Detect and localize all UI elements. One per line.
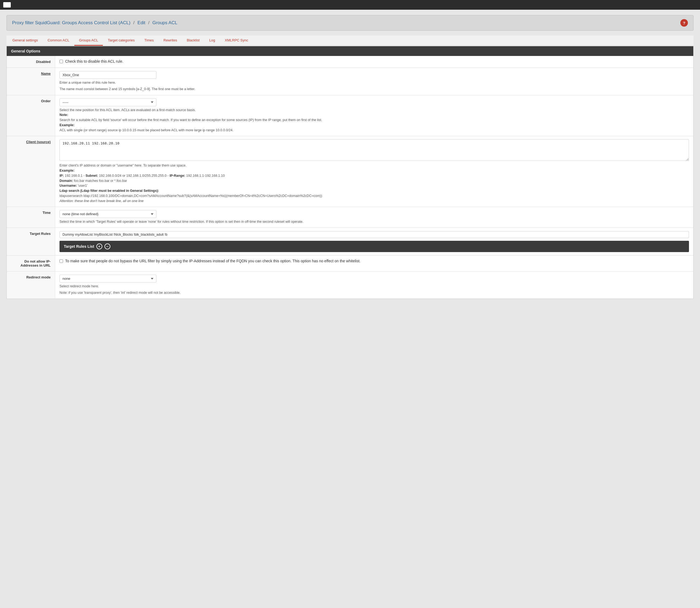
breadcrumb-part1: Proxy filter SquidGuard: Groups Access C… [12,20,130,25]
general-options-header: General Options [7,46,693,56]
target-rules-input[interactable] [59,231,689,238]
tab-xmlrpc-sync[interactable]: XMLRPC Sync [220,36,253,46]
redirect-mode-label: Redirect mode [7,271,55,299]
redirect-mode-content: none Select redirect mode here. Note: if… [55,271,693,299]
do-not-allow-ip-row: Do not allow IP- Addresses in URL To mak… [7,255,693,271]
redirect-mode-row: Redirect mode none Select redirect mode … [7,271,693,299]
nav-tabs: General settings Common ACL Groups ACL T… [6,36,694,46]
disabled-checkbox-text: Check this to disable this ACL rule. [65,59,123,63]
redirect-mode-select[interactable]: none [59,275,156,283]
redirect-mode-help1: Select redirect mode here. [59,284,689,289]
time-row: Time none (time not defined) Select the … [7,207,693,228]
order-content: ----- Select the new position for this A… [55,95,693,136]
main-content: General Options Disabled Check this to d… [6,46,694,299]
time-select[interactable]: none (time not defined) [59,210,156,218]
disabled-row: Disabled Check this to disable this ACL … [7,56,693,68]
breadcrumb-sep2: / [148,20,150,25]
breadcrumb-part2: Edit [137,20,145,25]
client-attention: Attention: these line don't have break l… [59,199,144,203]
help-icon[interactable]: ? [680,19,688,26]
do-not-allow-ip-label: Do not allow IP- Addresses in URL [7,255,55,271]
target-rules-content: Target Rules List + − [55,228,693,255]
do-not-allow-ip-text: To make sure that people do not bypass t… [65,259,361,263]
logo [3,2,11,7]
breadcrumb-bar: Proxy filter SquidGuard: Groups Access C… [6,15,694,31]
tab-blacklist[interactable]: Blacklist [182,36,205,46]
time-content: none (time not defined) Select the time … [55,207,693,228]
tab-log[interactable]: Log [204,36,220,46]
time-help: Select the time in which 'Target Rules' … [59,219,689,224]
breadcrumb-sep1: / [133,20,135,25]
client-domain-label: Domain: [59,179,73,183]
client-source-label: Client (source) [7,136,55,207]
client-ldap-label: Ldap search (Ldap filter must be enabled… [59,189,159,193]
client-source-textarea[interactable]: 192.168.20.11 192.168.20.10 [59,139,689,161]
disabled-checkbox-row: Check this to disable this ACL rule. [59,59,689,63]
do-not-allow-ip-content: To make sure that people do not bypass t… [55,255,693,271]
client-help: Enter client's IP address or domain or "… [59,163,689,203]
tab-general-settings[interactable]: General settings [7,36,43,46]
order-help: Select the new position for this ACL ite… [59,108,689,133]
disabled-checkbox[interactable] [59,60,63,63]
name-input[interactable] [59,71,156,79]
top-bar [0,0,700,10]
target-rules-list-header: Target Rules List [64,244,94,249]
name-row: Name Enter a unique name of this rule he… [7,68,693,95]
target-rules-list-bar: Target Rules List + − [59,241,689,252]
target-rules-remove-button[interactable]: − [105,244,110,249]
tab-rewrites[interactable]: Rewrites [159,36,182,46]
do-not-allow-ip-checkbox-row: To make sure that people do not bypass t… [59,259,689,263]
breadcrumb: Proxy filter SquidGuard: Groups Access C… [12,20,178,25]
order-row: Order ----- Select the new position for … [7,95,693,136]
page-wrapper: Proxy filter SquidGuard: Groups Access C… [0,10,700,304]
name-label: Name [7,68,55,95]
client-iprange-label: IP-Range: [170,174,185,177]
tab-times[interactable]: Times [140,36,159,46]
disabled-label: Disabled [7,56,55,68]
name-help1: Enter a unique name of this rule here. [59,80,689,85]
tab-common-acl[interactable]: Common ACL [43,36,74,46]
target-rules-add-button[interactable]: + [96,244,102,249]
time-label: Time [7,207,55,228]
target-rules-row: Target Rules Target Rules List + − [7,228,693,255]
do-not-allow-ip-checkbox[interactable] [59,259,63,263]
order-label: Order [7,95,55,136]
tab-groups-acl[interactable]: Groups ACL [74,36,103,46]
client-ip-label: IP: [59,174,64,177]
breadcrumb-part3: Groups ACL [152,20,178,25]
name-help2: The name must consist between 2 and 15 s… [59,87,689,92]
redirect-mode-help2: Note: if you use 'transparent proxy', th… [59,290,689,296]
client-subnet-label: Subnet: [86,174,98,177]
client-source-content: 192.168.20.11 192.168.20.10 Enter client… [55,136,693,207]
client-username-label: Username: [59,184,77,188]
target-rules-label: Target Rules [7,228,55,255]
disabled-content: Check this to disable this ACL rule. [55,56,693,68]
name-content: Enter a unique name of this rule here. T… [55,68,693,95]
client-source-row: Client (source) 192.168.20.11 192.168.20… [7,136,693,207]
order-select[interactable]: ----- [59,98,156,106]
tab-target-categories[interactable]: Target categories [103,36,140,46]
